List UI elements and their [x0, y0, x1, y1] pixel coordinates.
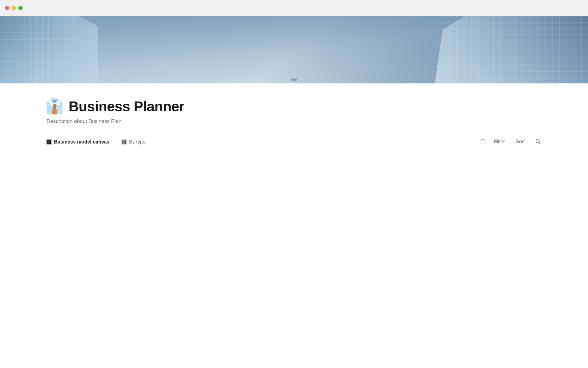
tab-by-type-label: By type [129, 139, 145, 145]
tabs-toolbar: Filter Sort [480, 137, 543, 148]
close-button[interactable] [5, 6, 9, 10]
grid-icon [47, 140, 51, 144]
tab-business-model-canvas-label: Business model canvas [54, 139, 109, 145]
columns-icon [122, 140, 126, 144]
tab-business-model-canvas[interactable]: Business model canvas [45, 136, 114, 149]
page-emoji: 👔 [45, 99, 64, 114]
building-left-detail [0, 16, 77, 83]
sort-button[interactable]: Sort [514, 137, 527, 146]
scroll-indicator [291, 79, 297, 81]
page-description: Description about Business Plan [45, 118, 543, 125]
svg-line-1 [539, 143, 541, 144]
page-header: 👔 Business Planner Description about Bus… [45, 98, 543, 125]
page-title-row: 👔 Business Planner [45, 98, 543, 115]
maximize-button[interactable] [18, 6, 23, 10]
search-button[interactable] [533, 137, 543, 146]
sort-label: Sort [516, 139, 525, 144]
building-right-detail [435, 16, 588, 83]
search-icon [535, 139, 541, 144]
minimize-button[interactable] [12, 6, 16, 10]
columns-icon-shape [122, 140, 126, 144]
filter-label: Filter [494, 139, 505, 144]
filter-button[interactable]: Filter [492, 137, 507, 146]
tabs-left: Business model canvas By type [45, 136, 480, 149]
loading-spinner [480, 139, 485, 144]
page-title: Business Planner [69, 98, 184, 115]
main-content: 👔 Business Planner Description about Bus… [0, 83, 588, 149]
grid-icon-shape [47, 140, 51, 144]
titlebar [0, 0, 588, 16]
hero-banner [0, 16, 588, 83]
tabs-container: Business model canvas By type Filter [45, 136, 543, 149]
tab-by-type[interactable]: By type [120, 136, 150, 149]
